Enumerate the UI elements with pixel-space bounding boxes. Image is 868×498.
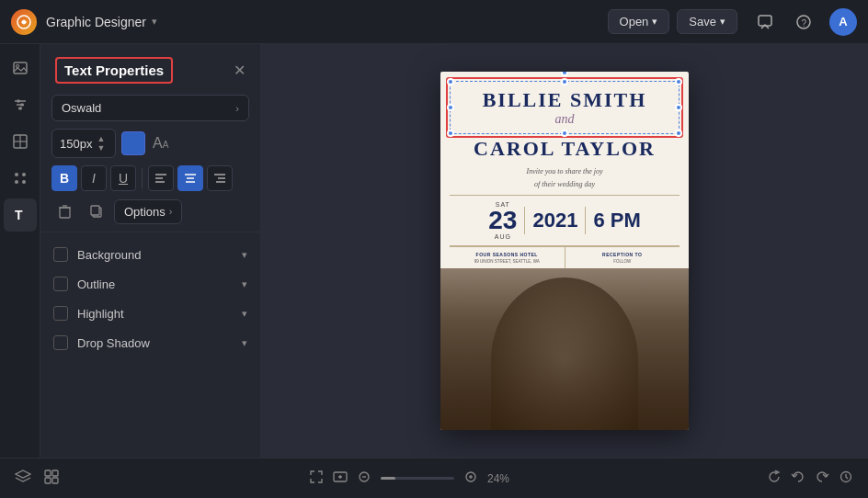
svg-text:T: T — [15, 208, 23, 222]
effect-outline[interactable]: Outline ▾ — [40, 269, 260, 299]
reception-col: RECEPTION TO FOLLOW — [565, 247, 680, 269]
topbar: Graphic Designer ▾ Open ▾ Save ▾ ? A — [0, 0, 868, 44]
size-row: 150px ▲ ▼ AA — [40, 125, 260, 162]
svg-point-18 — [22, 180, 26, 184]
effect-dropshadow[interactable]: Drop Shadow ▾ — [40, 328, 260, 357]
svg-point-5 — [16, 65, 18, 68]
size-up-arrow[interactable]: ▲ — [95, 134, 108, 143]
options-chevron-icon: › — [169, 206, 173, 217]
venue-col: FOUR SEASONS HOTEL 99 UNION STREET, SEAT… — [450, 247, 565, 269]
rail-filter-icon[interactable] — [4, 88, 37, 121]
size-down-arrow[interactable]: ▼ — [95, 143, 108, 153]
highlight-checkbox[interactable] — [53, 306, 68, 321]
svg-point-9 — [17, 99, 20, 103]
app-logo — [11, 9, 37, 35]
date-separator-2 — [585, 207, 586, 234]
svg-rect-4 — [14, 62, 27, 74]
aspect-icon[interactable] — [333, 470, 348, 488]
rail-image-icon[interactable] — [4, 51, 37, 85]
format-separator-1 — [142, 168, 143, 188]
invite-text-2: of their wedding day — [453, 179, 676, 189]
redo-icon[interactable] — [815, 470, 829, 488]
date-separator-1 — [524, 207, 525, 234]
format-row: B I U — [40, 162, 260, 195]
svg-text:?: ? — [802, 17, 807, 28]
highlight-chevron-icon: ▾ — [242, 308, 247, 320]
grid-icon[interactable] — [44, 470, 59, 488]
svg-rect-29 — [60, 208, 70, 218]
wedding-card: BILLIE SMITH and CAROL TAYLOR Invite you… — [440, 72, 689, 430]
size-stepper[interactable]: ▲ ▼ — [95, 134, 108, 153]
duplicate-button[interactable] — [83, 198, 108, 224]
outline-checkbox[interactable] — [53, 277, 68, 291]
rail-text-icon[interactable]: T — [4, 198, 37, 232]
refresh-icon[interactable] — [767, 470, 782, 488]
card-photo — [440, 268, 689, 430]
comment-icon[interactable] — [752, 9, 778, 35]
underline-button[interactable]: U — [110, 165, 136, 191]
layers-icon[interactable] — [15, 470, 31, 488]
zoom-fill — [381, 477, 395, 480]
font-size-toggle-icon[interactable]: AA — [153, 135, 168, 152]
svg-point-17 — [15, 180, 18, 184]
zoom-track[interactable] — [381, 477, 454, 480]
options-button[interactable]: Options › — [114, 199, 182, 224]
dropshadow-checkbox[interactable] — [53, 335, 68, 350]
zoom-slider[interactable] — [381, 477, 454, 480]
history-icon[interactable] — [839, 470, 853, 488]
effect-background[interactable]: Background ▾ — [40, 240, 260, 269]
delete-button[interactable] — [51, 198, 77, 224]
photo-overlay — [440, 268, 689, 430]
action-row: Options › — [40, 195, 260, 232]
panel-close-button[interactable]: ✕ — [234, 62, 246, 79]
app-name-button[interactable]: Graphic Designer ▾ — [46, 15, 157, 29]
zoom-percentage: 24% — [487, 472, 517, 485]
background-label: Background — [77, 248, 141, 262]
font-size-input[interactable]: 150px ▲ ▼ — [51, 129, 116, 158]
svg-rect-37 — [52, 478, 58, 483]
open-button[interactable]: Open ▾ — [608, 9, 670, 34]
svg-rect-33 — [91, 206, 99, 215]
zoom-in-icon[interactable] — [463, 470, 478, 488]
svg-point-11 — [18, 107, 22, 110]
user-avatar[interactable]: A — [829, 8, 857, 36]
svg-point-15 — [15, 173, 18, 176]
background-chevron-icon: ▾ — [242, 249, 247, 261]
color-picker-button[interactable] — [121, 131, 145, 155]
left-panel: Text Properties ✕ Oswald › 150px ▲ ▼ AA — [40, 44, 261, 458]
main-content: T Text Properties ✕ Oswald › 150px ▲ ▼ — [0, 44, 868, 458]
align-left-button[interactable] — [148, 165, 174, 191]
outline-label: Outline — [77, 277, 115, 291]
font-name-label: Oswald — [62, 101, 101, 115]
bold-button[interactable]: B — [51, 165, 77, 191]
icon-rail: T — [0, 44, 40, 458]
app-name-chevron: ▾ — [152, 16, 157, 28]
italic-button[interactable]: I — [81, 165, 107, 191]
date-month-label: AUG — [488, 233, 517, 240]
canvas-area[interactable]: BILLIE SMITH and CAROL TAYLOR Invite you… — [261, 44, 868, 458]
dropshadow-chevron-icon: ▾ — [242, 337, 247, 349]
dropshadow-label: Drop Shadow — [77, 336, 150, 350]
fit-icon[interactable] — [309, 470, 324, 488]
invite-text-1: Invite you to share the joy — [453, 166, 676, 176]
save-button[interactable]: Save ▾ — [677, 9, 737, 34]
rail-apps-icon[interactable] — [4, 162, 37, 195]
zoom-out-icon[interactable] — [357, 470, 371, 488]
carol-text: CAROL TAYLOR — [453, 134, 676, 164]
font-chevron-icon: › — [235, 103, 239, 114]
date-year: 2021 — [532, 209, 577, 232]
align-right-button[interactable] — [207, 165, 233, 191]
help-icon[interactable]: ? — [791, 9, 817, 35]
venue-title: FOUR SEASONS HOTEL — [454, 252, 560, 257]
date-time: 6 PM — [593, 209, 640, 232]
outline-chevron-icon: ▾ — [242, 278, 247, 290]
align-center-button[interactable] — [177, 165, 203, 191]
rail-layout-icon[interactable] — [4, 125, 37, 158]
highlight-label: Highlight — [77, 307, 124, 321]
effect-highlight[interactable]: Highlight ▾ — [40, 299, 260, 328]
font-selector[interactable]: Oswald › — [51, 95, 249, 121]
undo-icon[interactable] — [791, 470, 805, 488]
bottom-right-controls — [767, 470, 853, 488]
svg-point-10 — [20, 103, 24, 107]
background-checkbox[interactable] — [53, 247, 68, 262]
